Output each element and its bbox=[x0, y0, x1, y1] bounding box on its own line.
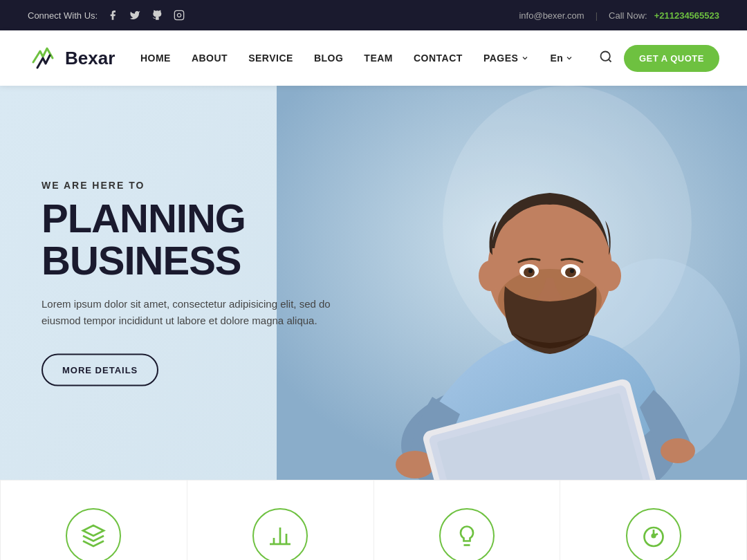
nav-right: GET A QUOTE bbox=[599, 45, 719, 72]
topbar: Connect With Us: info@bexer.com | Call N… bbox=[0, 0, 747, 30]
bar-chart-icon bbox=[252, 508, 308, 560]
nav-pages[interactable]: PAGES bbox=[483, 53, 529, 64]
hero-section: WE ARE HERE TO PLANNING BUSINESS Lorem i… bbox=[0, 86, 747, 480]
hero-title: PLANNING BUSINESS bbox=[42, 198, 401, 282]
instagram-icon[interactable] bbox=[172, 8, 186, 22]
svg-rect-0 bbox=[174, 10, 183, 19]
nav-service[interactable]: SERVICE bbox=[248, 53, 293, 64]
svg-point-16 bbox=[528, 269, 533, 273]
hero-cta-button[interactable]: MORE DETAILS bbox=[42, 353, 158, 386]
twitter-icon[interactable] bbox=[128, 8, 142, 22]
diamond-icon bbox=[66, 508, 121, 560]
nav-blog[interactable]: BLOG bbox=[314, 53, 343, 64]
logo[interactable]: Bexar bbox=[28, 43, 115, 73]
speedometer-icon bbox=[626, 508, 681, 560]
chevron-down-icon bbox=[521, 54, 529, 62]
svg-point-17 bbox=[570, 269, 574, 273]
feature-card-speed bbox=[560, 480, 747, 560]
topbar-left: Connect With Us: bbox=[28, 8, 186, 22]
logo-text: Bexar bbox=[65, 48, 115, 69]
feature-card-lightbulb bbox=[374, 480, 560, 560]
call-label: Call Now: bbox=[609, 10, 647, 21]
logo-icon bbox=[28, 43, 58, 73]
svg-line-4 bbox=[609, 59, 611, 62]
lightbulb-icon bbox=[439, 508, 495, 560]
hero-content: WE ARE HERE TO PLANNING BUSINESS Lorem i… bbox=[42, 180, 401, 386]
facebook-icon[interactable] bbox=[106, 8, 120, 22]
nav-team[interactable]: TEAM bbox=[364, 53, 393, 64]
nav-contact[interactable]: CONTACT bbox=[414, 53, 463, 64]
nav-lang[interactable]: En bbox=[550, 53, 573, 64]
topbar-right: info@bexer.com | Call Now: +211234565523 bbox=[519, 10, 719, 21]
nav-links: HOME ABOUT SERVICE BLOG TEAM CONTACT PAG… bbox=[140, 53, 573, 64]
svg-point-29 bbox=[652, 534, 655, 538]
github-icon[interactable] bbox=[150, 8, 164, 22]
email-text: info@bexer.com bbox=[519, 10, 584, 21]
phone-number: +211234565523 bbox=[654, 10, 719, 21]
hero-description: Lorem ipsum dolor sit amet, consectetur … bbox=[42, 295, 360, 328]
quote-button[interactable]: GET A QUOTE bbox=[624, 45, 719, 72]
navbar: Bexar HOME ABOUT SERVICE BLOG TEAM CONTA… bbox=[0, 30, 747, 86]
hero-subtitle: WE ARE HERE TO bbox=[42, 180, 401, 191]
svg-point-3 bbox=[600, 51, 609, 60]
svg-point-19 bbox=[599, 261, 621, 291]
search-button[interactable] bbox=[599, 50, 613, 67]
feature-card-diamond bbox=[0, 480, 187, 560]
connect-label: Connect With Us: bbox=[28, 10, 98, 21]
divider: | bbox=[596, 10, 598, 21]
features-row bbox=[0, 480, 747, 560]
svg-point-18 bbox=[479, 261, 501, 291]
chevron-down-icon-lang bbox=[565, 54, 573, 62]
svg-point-21 bbox=[661, 438, 695, 463]
search-icon bbox=[599, 50, 613, 64]
feature-card-chart bbox=[187, 480, 374, 560]
nav-home[interactable]: HOME bbox=[140, 53, 171, 64]
nav-about[interactable]: ABOUT bbox=[192, 53, 228, 64]
